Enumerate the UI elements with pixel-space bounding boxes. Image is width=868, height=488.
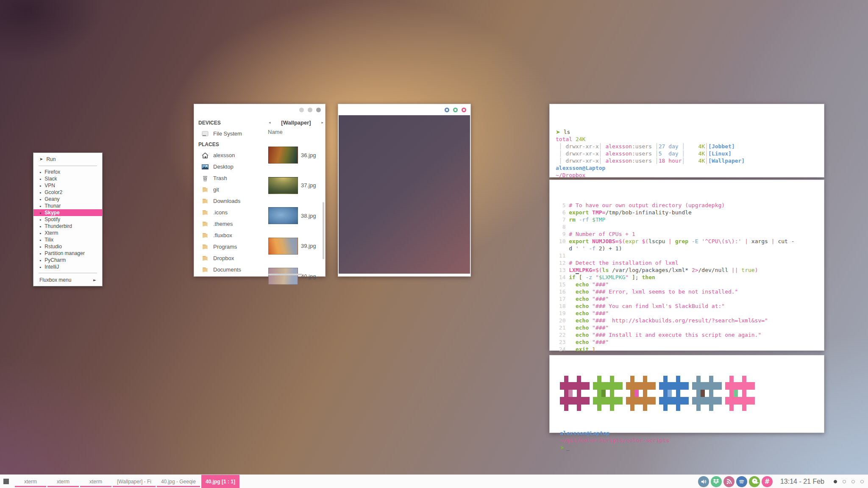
line-number: 7 <box>556 216 565 223</box>
menu-item-thunar[interactable]: ●Thunar <box>33 202 102 209</box>
workspace-dot-4[interactable] <box>860 480 864 483</box>
sidebar-item-file-system[interactable]: File System <box>198 128 267 139</box>
menu-item-gcolor2[interactable]: ●Gcolor2 <box>33 189 102 196</box>
drive-icon <box>201 130 209 138</box>
sidebar-item-alexsson[interactable]: alexsson <box>198 150 267 161</box>
bullet-icon: ● <box>39 171 41 174</box>
window-button-icon[interactable] <box>453 108 458 112</box>
back-icon[interactable]: ◂ <box>269 120 271 125</box>
menu-item-label: Xterm <box>45 230 58 236</box>
terminal-line: 18 echo "### You can find lxml's SlackBu… <box>556 302 824 310</box>
volume-icon[interactable] <box>698 476 709 487</box>
menu-item-label: Gcolor2 <box>45 189 62 195</box>
menu-item-tilix[interactable]: ●Tilix <box>33 236 102 243</box>
terminal-editor-window[interactable]: 5# To have our own output directory (upg… <box>549 180 824 351</box>
menu-item-thunderbird[interactable]: ●Thunderbird <box>33 223 102 230</box>
folder-icon <box>201 186 209 194</box>
workspace-indicator-square[interactable] <box>3 479 9 484</box>
file-name: 38.jpg <box>301 213 316 219</box>
bird-icon[interactable] <box>749 476 760 487</box>
rss-icon[interactable] <box>723 476 734 487</box>
spotify-icon[interactable] <box>736 476 747 487</box>
terminal-line: 10export NUMJOBS=$(expr $(lscpu | grep -… <box>556 238 824 245</box>
menu-item-intellij[interactable]: ●IntelliJ <box>33 263 102 270</box>
sidebar-item-label: Downloads <box>213 198 240 204</box>
name-column-header[interactable]: Name <box>267 127 325 136</box>
folder-icon <box>201 232 209 239</box>
menu-item-rstudio[interactable]: ●Rstudio <box>33 243 102 250</box>
file-thumbnail <box>268 177 298 194</box>
devices-header: DEVICES <box>198 118 267 128</box>
workspace-dot-2[interactable] <box>843 480 846 483</box>
terminal-line: │ drwxr-xr-x│ alexsson:users │18 hour│ 4… <box>556 157 824 164</box>
menu-item-skype[interactable]: ●Skype <box>33 209 102 216</box>
file-row[interactable]: 36.jpg <box>268 141 316 169</box>
image-viewer-titlebar[interactable] <box>338 104 470 115</box>
terminal-line: 21 echo "###" <box>556 324 824 331</box>
file-manager-titlebar[interactable] <box>194 104 325 115</box>
sidebar-item-label: Documents <box>213 266 241 273</box>
menu-item-firefox[interactable]: ●Firefox <box>33 169 102 175</box>
window-button-icon[interactable] <box>316 108 321 112</box>
menu-item-geany[interactable]: ●Geany <box>33 196 102 202</box>
window-button-icon[interactable] <box>308 108 312 112</box>
menu-item-vpn[interactable]: ●VPN <box>33 182 102 189</box>
terminal-line: ➤ _ <box>560 444 824 451</box>
dropbox-icon[interactable] <box>711 476 722 487</box>
terminal-line: 20 echo "### http://slackbuilds.org/resu… <box>556 317 824 324</box>
hash-pattern <box>560 376 590 411</box>
file-row[interactable]: 37.jpg <box>268 172 316 199</box>
file-row[interactable]: 40.jpg <box>268 263 316 290</box>
terminal-line: 14if [ -z "$LXMLPKG" ]; then <box>556 274 824 281</box>
file-name: 39.jpg <box>301 243 316 249</box>
places-header: PLACES <box>198 139 267 150</box>
line-number: 18 <box>556 302 565 310</box>
menu-item-fluxbox-menu[interactable]: Fluxbox menu ► <box>33 276 102 284</box>
menu-item-spotify[interactable]: ●Spotify <box>33 216 102 223</box>
menu-item-partition-manager[interactable]: ●Partition manager <box>33 250 102 257</box>
sidebar-item-desktop[interactable]: Desktop <box>198 161 267 172</box>
file-row[interactable]: 39.jpg <box>268 233 316 260</box>
sidebar-item-dropbox[interactable]: Dropbox <box>198 252 267 264</box>
horizontal-scrollbar[interactable] <box>268 274 302 275</box>
vertical-scrollbar[interactable] <box>323 202 324 259</box>
sidebar-item-trash[interactable]: Trash <box>198 172 267 184</box>
forward-icon[interactable]: ▸ <box>321 120 323 125</box>
menu-run-label: Run <box>46 156 56 162</box>
sidebar-item-icons[interactable]: .icons <box>198 207 267 218</box>
window-button-icon[interactable] <box>462 108 466 112</box>
file-row[interactable]: 38.jpg <box>268 202 316 229</box>
task-button-40-jpg-geeqie[interactable]: 40.jpg - Geeqie <box>157 475 200 488</box>
sidebar-item-documents[interactable]: Documents <box>198 264 267 275</box>
sidebar-item-fluxbox[interactable]: .fluxbox <box>198 230 267 241</box>
terminal-line: 15 echo "###" <box>556 281 824 288</box>
task-button-xterm[interactable]: xterm <box>47 475 79 488</box>
sidebar-item-downloads[interactable]: Downloads <box>198 195 267 207</box>
bullet-icon: ● <box>39 198 41 201</box>
menu-item-label: Partition manager <box>45 250 85 256</box>
terminal-line: │ drwxr-xr-x│ alexsson:users │5 day │ 4K… <box>556 150 824 157</box>
terminal-ls-window[interactable]: ➤ lstotal 24K │ drwxr-xr-x│ alexsson:use… <box>549 104 824 177</box>
window-button-icon[interactable] <box>299 108 304 112</box>
sidebar-item-programs[interactable]: Programs <box>198 241 267 252</box>
menu-item-run[interactable]: ➤ Run <box>33 155 102 163</box>
sidebar-item-themes[interactable]: .themes <box>198 218 267 230</box>
workspace-dot-1[interactable] <box>834 480 837 483</box>
workspace-dot-3[interactable] <box>851 480 855 483</box>
task-button-wallpaper-fi[interactable]: [Wallpaper] - Fi <box>113 475 156 488</box>
window-button-icon[interactable] <box>445 108 449 112</box>
menu-item-xterm[interactable]: ●Xterm <box>33 230 102 236</box>
sidebar-item-label: git <box>213 186 219 193</box>
terminal-colorscripts-window[interactable]: alexsson@Laptop~/git/Color-Scripts/color… <box>549 355 824 433</box>
menu-item-slack[interactable]: ●Slack <box>33 175 102 182</box>
terminal-line: ➤ ls <box>556 128 824 136</box>
hash-icon[interactable]: # <box>762 476 773 487</box>
task-button-40-jpg-1-1[interactable]: 40.jpg [1 : 1] <box>201 475 239 488</box>
sidebar-item-git[interactable]: git <box>198 184 267 195</box>
menu-item-pycharm[interactable]: ●PyCharm <box>33 257 102 263</box>
menu-item-label: Geany <box>45 196 59 202</box>
task-button-xterm[interactable]: xterm <box>80 475 111 488</box>
bullet-icon: ● <box>39 184 41 187</box>
task-button-xterm[interactable]: xterm <box>15 475 46 488</box>
terminal-line: 12# Detect the installation of lxml <box>556 259 824 266</box>
